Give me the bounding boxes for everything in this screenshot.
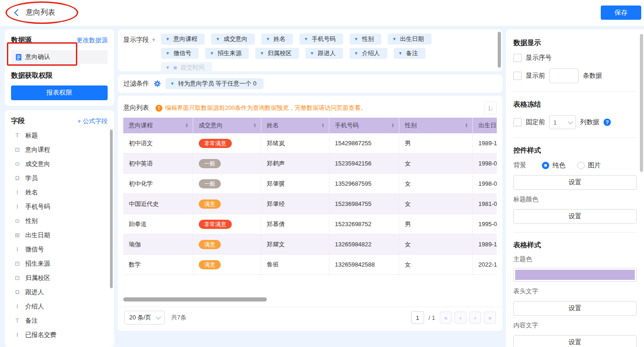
field-item-意向课程[interactable]: ⊡意向课程 [11,142,108,157]
column-label: 手机号码 [335,121,359,130]
field-item-已报名交费[interactable]: I已报名交费 [11,328,108,342]
add-display-field-button[interactable]: + [151,36,156,43]
field-item-手机号码[interactable]: I手机号码 [11,199,108,214]
fields-scrollbar[interactable] [110,130,113,288]
data-display-title: 数据显示 [513,39,637,47]
fields-list: T标题⊡意向课程⊙成交意向Ω学员I姓名I手机号码⊙性别⊞出生日期I微信号⊡招生来… [11,128,108,342]
display-field-chip-姓名[interactable]: ▼姓名 [261,34,293,45]
column-label: 出生日期 [478,121,497,130]
warning-text: 编辑界面只取数据源前200条作为查询数据预览，完整数据请访问页面查看。 [165,104,367,112]
field-item-跟进人[interactable]: Ω跟进人 [11,285,108,299]
field-item-备注[interactable]: T备注 [11,313,108,328]
text-icon: I [14,203,21,210]
field-item-出生日期[interactable]: ⊞出生日期 [11,228,108,242]
show-index-checkbox[interactable] [513,54,522,62]
filter-condition-chip[interactable]: ▼ 转为意向学员 等于任意一个 0 [166,78,264,89]
display-field-chip-成交意向[interactable]: ▼成交意向 [211,34,255,45]
field-item-性别[interactable]: ⊙性别 [11,214,108,228]
column-header-意向课程[interactable]: 意向课程▲▼ [123,118,193,133]
chip-row: ▼意向课程▼成交意向▼姓名▼手机号码▼性别▼出生日期 [161,34,431,45]
cell-gender: 女 [399,174,473,193]
display-field-chip-归属校区[interactable]: ▼归属校区 [255,48,299,59]
display-field-chip-出生日期[interactable]: ▼出生日期 [388,34,431,45]
cell-birth: 1998-05- [473,174,497,193]
column-header-成交意向[interactable]: 成交意向▲▼ [193,118,261,133]
header-text-set-button[interactable]: 设置 [513,301,637,316]
column-header-手机号码[interactable]: 手机号码▲▼ [329,118,399,133]
display-field-chip-微信号[interactable]: ▼微信号 [161,48,199,59]
text-icon: I [14,189,21,196]
cell-name: 鲁班 [261,255,329,274]
numeric-sort-button[interactable]: 1↓ [484,102,497,114]
display-fields-card: 显示字段 + ▼意向课程▼成交意向▼姓名▼手机号码▼性别▼出生日期▼微信号▼招生… [118,29,502,71]
current-page-input[interactable]: 1 [411,311,424,324]
caret-down-icon: ▼ [166,51,170,56]
add-formula-field-link[interactable]: + 公式字段 [77,117,108,125]
show-first-count-input[interactable] [549,68,579,83]
radio-icon: ⊙ [14,217,21,224]
cell-course: 跆拳道 [123,214,193,234]
field-item-标题[interactable]: T标题 [11,128,108,142]
next-page-button[interactable]: › [469,312,481,324]
theme-color-swatch[interactable] [513,268,637,282]
text-icon: I [14,246,21,253]
title-icon: T [14,132,21,139]
freeze-checkbox[interactable] [513,118,522,126]
title-color-set-button[interactable]: 设置 [513,209,637,224]
field-item-学员[interactable]: Ω学员 [11,171,108,185]
show-first-suffix: 条数据 [583,72,602,80]
save-button[interactable]: 保存 [601,6,641,20]
field-item-微信号[interactable]: I微信号 [11,242,108,256]
filter-card: 过滤条件 ▼ 转为意向学员 等于任意一个 0 [118,74,502,93]
back-button[interactable] [13,8,22,17]
show-first-checkbox[interactable] [513,72,522,80]
display-field-chip-性别[interactable]: ▼性别 [350,34,381,45]
page-title[interactable]: 意向列表 [26,8,55,19]
intent-badge: 满意 [199,240,221,249]
display-fields-scrollbar[interactable] [498,32,501,68]
image-radio[interactable] [577,162,585,169]
freeze-suffix: 列数据 [580,118,599,126]
datasource-item[interactable]: 意向确认 [11,50,108,64]
chip-label: 微信号 [173,49,191,57]
display-field-chip-跟进人[interactable]: ▼跟进人 [305,48,343,59]
display-field-chip-提交时间[interactable]: ▼≡提交时间 [161,62,212,73]
column-header-性别[interactable]: 性别▲▼ [399,118,473,133]
column-header-出生日期[interactable]: 出生日期▲▼ [473,118,497,133]
field-item-招生来源[interactable]: ⊡招生来源 [11,256,108,271]
display-fields-label: 显示字段 [123,36,149,43]
last-page-button[interactable]: » [484,312,496,324]
report-permission-button[interactable]: 报表权限 [11,85,108,100]
solid-color-radio[interactable] [542,162,549,169]
order-icon: ≡ [173,65,177,71]
display-field-chip-备注[interactable]: ▼备注 [394,48,426,59]
field-item-介绍人[interactable]: I介绍人 [11,299,108,313]
field-item-成交意向[interactable]: ⊙成交意向 [11,157,108,171]
page-size-select[interactable]: 20 条/页 [124,311,165,324]
cell-course: 中国近代史 [123,194,193,214]
display-field-chip-招生来源[interactable]: ▼招生来源 [205,48,249,59]
table-horizontal-scrollbar[interactable] [123,297,267,301]
table-title: 意向列表 [123,104,149,112]
column-header-姓名[interactable]: 姓名▲▼ [261,118,329,133]
help-icon[interactable]: ? [604,119,611,126]
background-set-button[interactable]: 设置 [513,175,637,190]
field-label: 学员 [25,174,38,182]
field-item-归属校区[interactable]: ⊡归属校区 [11,271,108,285]
gear-icon[interactable] [154,80,161,87]
cell-gender: 女 [399,154,473,173]
display-field-chip-意向课程[interactable]: ▼意向课程 [161,34,205,45]
settings-scrollbar[interactable] [640,34,643,172]
display-field-chip-介绍人[interactable]: ▼介绍人 [350,48,387,59]
table-row: 初中语文非常满意郑绪岚15429867255男1989-11- [123,133,497,154]
prev-page-button[interactable]: ‹ [454,312,466,324]
cell-phone: 15236984755 [329,194,399,214]
content-text-set-button[interactable]: 设置 [513,335,637,347]
chip-label: 备注 [406,49,418,57]
date-icon: ⊞ [14,232,21,239]
first-page-button[interactable]: « [440,312,452,324]
freeze-count-select[interactable]: 1 [549,115,576,129]
change-datasource-link[interactable]: 更改数据源 [77,36,108,45]
display-field-chip-手机号码[interactable]: ▼手机号码 [299,34,343,45]
field-item-姓名[interactable]: I姓名 [11,185,108,199]
